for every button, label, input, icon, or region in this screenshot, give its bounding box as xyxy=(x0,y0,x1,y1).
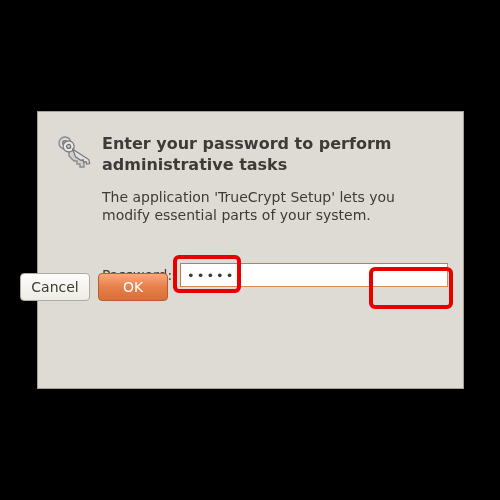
dialog-button-row: Cancel OK xyxy=(20,273,445,301)
ok-button[interactable]: OK xyxy=(98,273,168,301)
keys-icon xyxy=(54,132,92,174)
dialog-description: The application 'TrueCrypt Setup' lets y… xyxy=(38,176,463,226)
svg-point-3 xyxy=(66,144,71,149)
auth-dialog: Enter your password to perform administr… xyxy=(37,111,464,389)
screenshot-stage: Enter your password to perform administr… xyxy=(0,0,500,500)
highlight-ok xyxy=(369,267,453,309)
dialog-header: Enter your password to perform administr… xyxy=(38,112,463,176)
dialog-title: Enter your password to perform administr… xyxy=(102,130,443,176)
cancel-button[interactable]: Cancel xyxy=(20,273,90,301)
